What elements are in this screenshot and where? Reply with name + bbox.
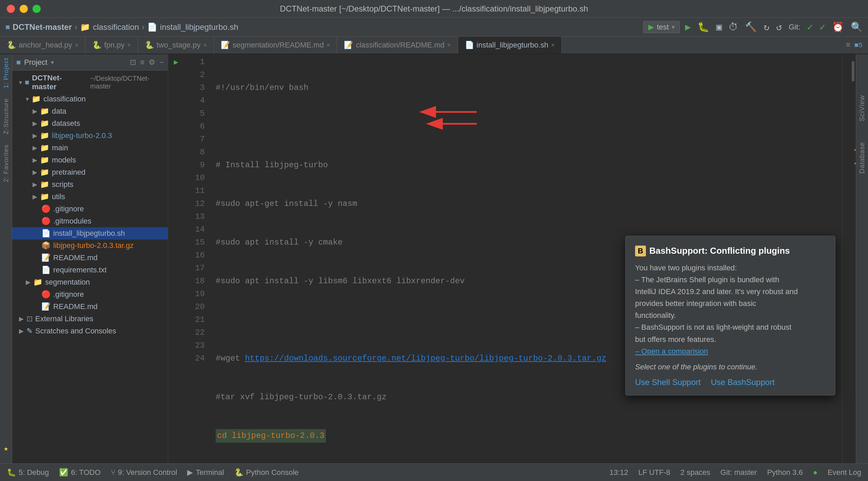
tab-segmentation-readme[interactable]: 📝 segmentation/README.md × <box>214 37 337 54</box>
chevron-down-icon: ▾ <box>26 95 29 103</box>
tab-close-icon[interactable]: × <box>75 42 79 49</box>
search-button[interactable]: 🔍 <box>851 21 863 33</box>
tree-label: .gitignore <box>53 205 84 213</box>
tree-pretrained[interactable]: ▶ 📁 pretrained <box>12 166 168 178</box>
tree-utils[interactable]: ▶ 📁 utils <box>12 191 168 203</box>
tree-requirements[interactable]: 📄 requirements.txt <box>12 264 168 276</box>
event-log-label[interactable]: Event Log <box>828 468 861 477</box>
tree-gitmodules[interactable]: 🔴 .gitmodules <box>12 215 168 227</box>
maximize-button[interactable] <box>33 5 41 13</box>
use-shell-support-button[interactable]: Use Shell Support <box>635 378 701 387</box>
tab-fpn[interactable]: 🐍 fpn.py × <box>85 37 138 54</box>
left-tab-favorites[interactable]: 2: Favorites <box>2 145 10 182</box>
line-number: 16 <box>185 249 205 262</box>
status-debug[interactable]: 🐛 5: Debug <box>7 468 49 477</box>
run-config[interactable]: ▶ test ▾ <box>643 21 679 33</box>
tree-label: pretrained <box>52 168 85 177</box>
tab-classification-readme[interactable]: 📝 classification/README.md × <box>337 37 458 54</box>
tree-readme2[interactable]: 📝 README.md <box>12 301 168 313</box>
tab-anchor-head[interactable]: 🐍 anchor_head.py × <box>0 37 85 54</box>
tree-data[interactable]: ▶ 📁 data <box>12 105 168 117</box>
tab-close-icon[interactable]: × <box>203 42 207 49</box>
use-bashsupport-button[interactable]: Use BashSupport <box>711 378 774 387</box>
tree-scripts[interactable]: ▶ 📁 scripts <box>12 178 168 191</box>
status-todo[interactable]: ✅ 6: TODO <box>59 468 100 477</box>
revert-button[interactable]: ↺ <box>776 21 782 33</box>
folder-icon: 📁 <box>40 168 49 177</box>
panel-gear-icon[interactable]: ⚙ <box>149 58 155 67</box>
git-history-button[interactable]: ⏰ <box>832 21 844 33</box>
tree-readme1[interactable]: 📝 README.md <box>12 252 168 264</box>
tab-close-icon[interactable]: × <box>327 42 330 49</box>
popup-title: B BashSupport: Conflicting plugins <box>635 246 826 256</box>
tab-install-sh[interactable]: 📄 install_libjpegturbo.sh × <box>458 37 562 54</box>
tree-root[interactable]: ▾ ■ DCTNet-master ~/Desktop/DCTNet-maste… <box>12 72 168 93</box>
left-tab-structure[interactable]: Z-Structure <box>2 98 10 134</box>
tab-close-icon[interactable]: × <box>551 42 555 49</box>
right-tab-database[interactable]: Database <box>858 142 866 174</box>
tree-models[interactable]: ▶ 📁 models <box>12 154 168 166</box>
debug-button[interactable]: 🐛 <box>697 21 709 33</box>
terminal-label: Terminal <box>196 468 224 477</box>
tree-segmentation[interactable]: ▶ 📁 segmentation <box>12 276 168 288</box>
close-button[interactable] <box>7 5 15 13</box>
tree-classification[interactable]: ▾ 📁 classification <box>12 93 168 105</box>
panel-collapse-icon[interactable]: ⊡ <box>130 58 136 67</box>
tree-gitignore2[interactable]: 🔴 .gitignore <box>12 288 168 301</box>
scrollbar-thumb[interactable] <box>852 61 854 81</box>
status-python-console[interactable]: 🐍 Python Console <box>234 468 299 477</box>
breadcrumb-folder[interactable]: classification <box>93 22 139 32</box>
line-number: 22 <box>185 326 205 339</box>
right-tab-sciview[interactable]: SciView <box>858 95 866 121</box>
coverage-button[interactable]: ▣ <box>716 21 722 33</box>
panel-settings-icon[interactable]: ≡ <box>140 58 144 67</box>
tree-label: README.md <box>53 253 98 262</box>
panel-dropdown-arrow[interactable]: ▾ <box>51 59 54 66</box>
scrollbar-marker-2 <box>854 163 856 164</box>
tree-main[interactable]: ▶ 📁 main <box>12 142 168 154</box>
file-md-icon: 📝 <box>41 302 51 311</box>
tab-two-stage[interactable]: 🐍 two_stage.py × <box>138 37 214 54</box>
breadcrumb-file[interactable]: install_libjpegturbo.sh <box>160 22 238 32</box>
profile-button[interactable]: ⏱ <box>729 21 738 33</box>
cd-highlight: cd libjpeg-turbo-2.0.3 <box>216 429 326 443</box>
minimize-button[interactable] <box>20 5 28 13</box>
popup-footer: Select one of the plugins to continue. <box>635 363 826 371</box>
tree-gitignore1[interactable]: 🔴 .gitignore <box>12 203 168 215</box>
tree-label: .gitignore <box>53 290 84 299</box>
build-button[interactable]: 🔨 <box>745 21 757 33</box>
recent-files-icon[interactable]: ≡ <box>846 41 850 50</box>
tree-label: scripts <box>52 180 74 189</box>
breadcrumb-project[interactable]: DCTNet-master <box>13 22 72 32</box>
tree-libjpeg-folder[interactable]: ▶ 📁 libjpeg-turbo-2.0.3 <box>12 130 168 142</box>
popup-link[interactable]: – Open a comparision <box>635 347 708 355</box>
tab-close-icon[interactable]: × <box>447 42 451 49</box>
popup-actions: Use Shell Support Use BashSupport <box>635 378 826 387</box>
panel-project-icon: ■ <box>16 58 21 67</box>
panel-minus-icon[interactable]: − <box>159 58 164 67</box>
favorites-star[interactable]: ★ <box>4 444 8 453</box>
comment: # Install libjpeg-turbo <box>216 159 328 172</box>
left-tab-project[interactable]: 1: Project <box>2 58 10 88</box>
right-scrollbar[interactable] <box>842 54 856 463</box>
todo-icon: ✅ <box>59 468 68 477</box>
run-config-arrow: ▾ <box>672 23 675 31</box>
tab-close-icon[interactable]: × <box>127 42 131 49</box>
tree-external-libs[interactable]: ▶ ⊡ External Libraries <box>12 313 168 325</box>
reload-button[interactable]: ↻ <box>764 21 769 33</box>
tree-install-sh[interactable]: 📄 install_libjpegturbo.sh <box>12 227 168 239</box>
tree-datasets[interactable]: ▶ 📁 datasets <box>12 117 168 130</box>
git-accept-button[interactable]: ✓ <box>820 21 825 33</box>
status-version-control[interactable]: ⑂ 9: Version Control <box>111 468 177 477</box>
chevron-right-icon: ▶ <box>33 156 37 164</box>
tree-label: requirements.txt <box>53 266 107 274</box>
tree-libjpeg-tar[interactable]: 📦 libjpeg-turbo-2.0.3.tar.gz <box>12 239 168 252</box>
tree-scratches[interactable]: ▶ ✎ Scratches and Consoles <box>12 325 168 337</box>
git-check-button[interactable]: ✓ <box>807 21 813 33</box>
tab-label: two_stage.py <box>157 41 201 50</box>
run-gutter-icon[interactable]: ▶ <box>174 58 178 67</box>
run-button[interactable]: ▶ <box>685 21 691 33</box>
panel-header-icons: ⊡ ≡ ⚙ − <box>130 58 164 67</box>
run-config-icon: ▶ <box>648 23 654 32</box>
status-terminal[interactable]: ▶ Terminal <box>187 468 224 477</box>
